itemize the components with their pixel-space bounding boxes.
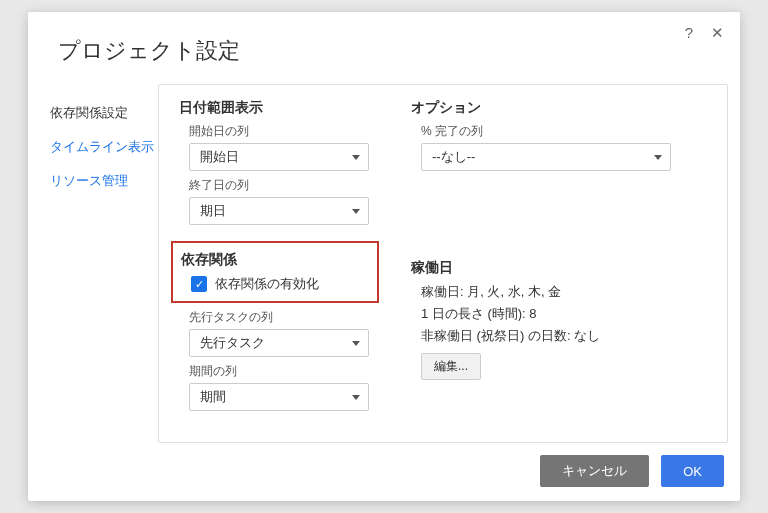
chevron-down-icon [352,155,360,160]
sidebar-item-dependency-settings[interactable]: 依存関係設定 [50,96,158,130]
predecessor-select[interactable]: 先行タスク [189,329,369,357]
dependency-enable-checkbox[interactable]: ✓ [191,276,207,292]
help-icon[interactable]: ? [680,24,698,42]
chevron-down-icon [352,395,360,400]
dependency-title: 依存関係 [181,251,371,269]
modal-footer: キャンセル OK [28,443,740,501]
end-date-select[interactable]: 期日 [189,197,369,225]
dependency-highlight: 依存関係 ✓ 依存関係の有効化 [171,241,379,303]
modal-title: プロジェクト設定 [58,36,710,66]
start-date-select[interactable]: 開始日 [189,143,369,171]
workdays-days: 稼働日: 月, 火, 水, 木, 金 [421,283,671,301]
start-date-label: 開始日の列 [189,123,371,140]
header-icons: ? ✕ [680,24,726,42]
modal-body: 依存関係設定 タイムライン表示 リソース管理 日付範囲表示 開始日の列 開始日 … [28,80,740,443]
percent-complete-select[interactable]: --なし-- [421,143,671,171]
cancel-button[interactable]: キャンセル [540,455,649,487]
left-column: 日付範囲表示 開始日の列 開始日 終了日の列 期日 依存関係 [179,99,371,411]
chevron-down-icon [352,341,360,346]
project-settings-modal: プロジェクト設定 ? ✕ 依存関係設定 タイムライン表示 リソース管理 日付範囲… [28,12,740,501]
percent-complete-value: --なし-- [432,148,475,166]
options-title: オプション [411,99,671,117]
percent-complete-label: % 完了の列 [421,123,671,140]
dependency-enable-label: 依存関係の有効化 [215,275,319,293]
dependency-enable-row: ✓ 依存関係の有効化 [191,275,371,293]
content-panel: 日付範囲表示 開始日の列 開始日 終了日の列 期日 依存関係 [158,84,728,443]
chevron-down-icon [654,155,662,160]
duration-select[interactable]: 期間 [189,383,369,411]
workdays-length: 1 日の長さ (時間): 8 [421,305,671,323]
end-date-value: 期日 [200,202,226,220]
workdays-holidays: 非稼働日 (祝祭日) の日数: なし [421,327,671,345]
workdays-title: 稼働日 [411,259,671,277]
close-icon[interactable]: ✕ [708,24,726,42]
content-columns: 日付範囲表示 開始日の列 開始日 終了日の列 期日 依存関係 [179,99,707,411]
chevron-down-icon [352,209,360,214]
predecessor-value: 先行タスク [200,334,265,352]
ok-button[interactable]: OK [661,455,724,487]
duration-label: 期間の列 [189,363,371,380]
modal-header: プロジェクト設定 ? ✕ [28,12,740,80]
workdays-edit-button[interactable]: 編集... [421,353,481,380]
duration-value: 期間 [200,388,226,406]
end-date-label: 終了日の列 [189,177,371,194]
date-range-title: 日付範囲表示 [179,99,371,117]
sidebar-item-timeline-display[interactable]: タイムライン表示 [50,130,158,164]
sidebar-item-resource-management[interactable]: リソース管理 [50,164,158,198]
predecessor-label: 先行タスクの列 [189,309,371,326]
sidebar: 依存関係設定 タイムライン表示 リソース管理 [28,80,158,443]
start-date-value: 開始日 [200,148,239,166]
right-column: オプション % 完了の列 --なし-- 稼働日 稼働日: 月, 火, 水, 木,… [411,99,671,411]
